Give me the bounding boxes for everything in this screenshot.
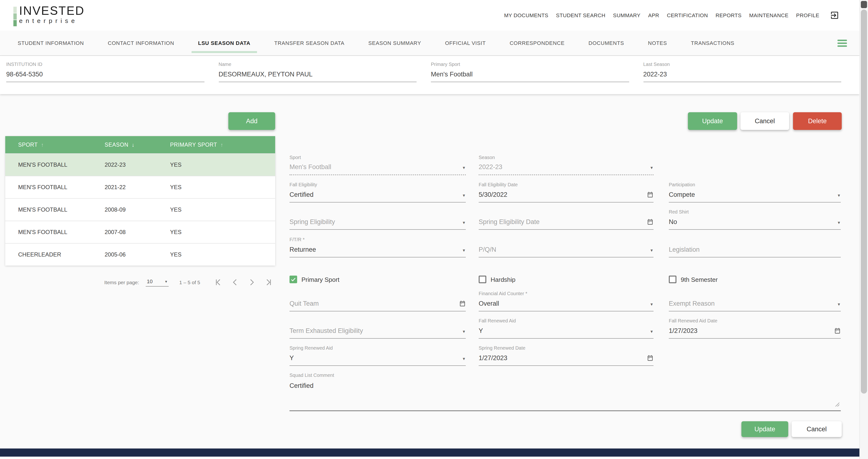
app-window: INVESTED enterprise MY DOCUMENTS STUDENT… (0, 0, 868, 459)
fall-renewed-aid-date-input[interactable]: Fall Renewed Aid Date 1/27/2023 (669, 318, 841, 339)
ftr-label: F/T/R * (289, 237, 466, 245)
ftr-select[interactable]: F/T/R * Returnee ▼ (289, 237, 466, 257)
last-page-icon[interactable] (264, 277, 273, 287)
tab-contact-information[interactable]: CONTACT INFORMATION (107, 31, 175, 55)
red-shirt-select[interactable]: Red Shirt No ▼ (669, 209, 841, 230)
calendar-icon[interactable] (647, 191, 653, 199)
tab-correspondence[interactable]: CORRESPONDENCE (509, 31, 566, 55)
nav-reports[interactable]: REPORTS (716, 12, 742, 18)
spring-renewed-aid-select[interactable]: Spring Renewed Aid Y ▼ (289, 345, 466, 366)
table-row[interactable]: MEN'S FOOTBALL 2008-09 YES (5, 198, 275, 221)
chevron-down-icon: ▼ (164, 280, 168, 284)
spring-renewed-aid-value: Y (289, 355, 294, 362)
form-cancel-button[interactable]: Cancel (792, 421, 842, 437)
form-update-button[interactable]: Update (741, 421, 788, 437)
calendar-icon[interactable] (459, 300, 466, 308)
next-page-icon[interactable] (247, 277, 256, 287)
pqn-select[interactable]: P/Q/N ▼ (479, 237, 653, 257)
nav-my-documents[interactable]: MY DOCUMENTS (504, 12, 548, 18)
column-header-primary-sport[interactable]: PRIMARY SPORT ↑ (170, 142, 275, 148)
fall-renewed-aid-value: Y (479, 327, 483, 335)
spring-eligibility-date-placeholder: Spring Eligibility Date (479, 218, 539, 226)
fall-renewed-aid-select[interactable]: Fall Renewed Aid Y ▼ (479, 318, 653, 339)
cell-primary-sport: YES (170, 184, 275, 190)
items-per-page-select[interactable]: 10 ▼ (146, 278, 168, 286)
spring-renewed-date-input[interactable]: Spring Renewed Date 1/27/2023 (479, 345, 653, 366)
fall-eligibility-date-input[interactable]: Fall Eligibility Date 5/30/2022 (479, 182, 653, 203)
tab-transactions[interactable]: TRANSACTIONS (690, 31, 736, 55)
nav-certification[interactable]: CERTIFICATION (667, 12, 708, 18)
tab-official-visit[interactable]: OFFICIAL VISIT (444, 31, 487, 55)
checkbox-unchecked-icon (479, 276, 486, 283)
tab-season-summary[interactable]: SEASON SUMMARY (367, 31, 422, 55)
primary-sport-field[interactable]: Primary Sport Men's Football (431, 62, 629, 94)
brand-subtitle: enterprise (19, 18, 85, 25)
fall-eligibility-select[interactable]: Fall Eligibility Certified ▼ (289, 182, 466, 203)
brand-title: INVESTED (19, 4, 85, 17)
last-season-field[interactable]: Last Season 2022-23 (643, 62, 841, 94)
sport-label: Sport (289, 155, 466, 162)
tab-student-information[interactable]: STUDENT INFORMATION (17, 31, 85, 55)
exempt-reason-select[interactable]: Exempt Reason ▼ (669, 291, 841, 311)
chevron-down-icon: ▼ (462, 357, 466, 362)
sort-asc-icon: ↑ (41, 142, 44, 148)
column-header-sport[interactable]: SPORT ↑ (18, 142, 104, 148)
spring-eligibility-select[interactable]: Spring Eligibility ▼ (289, 209, 466, 230)
fall-renewed-aid-date-value: 1/27/2023 (669, 327, 698, 335)
participation-select[interactable]: Participation Compete ▼ (669, 182, 841, 203)
add-button[interactable]: Add (228, 112, 275, 130)
primary-sport-checkbox[interactable]: Primary Sport (289, 276, 466, 283)
logout-icon[interactable] (830, 10, 839, 20)
checkbox-checked-icon (289, 276, 297, 283)
nav-summary[interactable]: SUMMARY (613, 12, 641, 18)
quit-team-input[interactable]: Quit Team (289, 291, 466, 311)
financial-aid-counter-value: Overall (479, 300, 499, 308)
menu-hamburger-icon[interactable] (837, 37, 847, 49)
column-label-primary-sport: PRIMARY SPORT (170, 142, 217, 148)
spring-eligibility-date-input[interactable]: Spring Eligibility Date (479, 209, 653, 230)
tab-notes[interactable]: NOTES (647, 31, 668, 55)
calendar-icon[interactable] (834, 327, 841, 335)
previous-page-icon[interactable] (230, 277, 240, 287)
first-page-icon[interactable] (214, 277, 223, 287)
resize-handle-icon[interactable] (835, 401, 840, 408)
spring-renewed-date-label: Spring Renewed Date (479, 345, 653, 353)
table-row[interactable]: CHEERLEADER 2005-06 YES (5, 243, 275, 266)
scrollbar-thumb[interactable] (861, 9, 867, 394)
cancel-button[interactable]: Cancel (740, 112, 789, 130)
nav-profile[interactable]: PROFILE (796, 12, 819, 18)
scrollbar-top-button[interactable] (861, 1, 867, 8)
vertical-scrollbar[interactable] (859, 0, 868, 459)
calendar-icon[interactable] (647, 355, 653, 362)
tab-lsu-season-data[interactable]: LSU SEASON DATA (197, 31, 251, 55)
squad-list-comment-field: Squad List Comment Certified (289, 372, 841, 411)
participation-value: Compete (669, 191, 695, 199)
nav-apr[interactable]: APR (648, 12, 659, 18)
hardship-checkbox[interactable]: Hardship (479, 276, 653, 283)
cell-season: 2021-22 (104, 184, 170, 190)
table-row[interactable]: MEN'S FOOTBALL 2021-22 YES (5, 176, 275, 198)
ninth-semester-checkbox[interactable]: 9th Semester (669, 276, 841, 283)
cell-primary-sport: YES (170, 229, 275, 236)
tab-documents[interactable]: DOCUMENTS (588, 31, 625, 55)
calendar-icon[interactable] (647, 218, 653, 226)
update-button[interactable]: Update (688, 112, 737, 130)
table-row[interactable]: MEN'S FOOTBALL 2022-23 YES (5, 153, 275, 176)
chevron-down-icon: ▼ (837, 193, 841, 199)
squad-list-comment-textarea[interactable]: Certified (289, 380, 841, 411)
nav-student-search[interactable]: STUDENT SEARCH (556, 12, 606, 18)
nav-maintenance[interactable]: MAINTENANCE (749, 12, 789, 18)
cell-primary-sport: YES (170, 206, 275, 213)
name-field[interactable]: Name DESORMEAUX, PEYTON PAUL (219, 62, 416, 94)
column-header-season[interactable]: SEASON ↓ (104, 142, 170, 148)
last-season-value: 2022-23 (643, 71, 841, 82)
legislation-input[interactable]: Legislation (669, 237, 841, 257)
delete-button[interactable]: Delete (793, 112, 842, 130)
chevron-down-icon: ▼ (462, 193, 466, 199)
fall-eligibility-label: Fall Eligibility (289, 182, 466, 190)
term-exhausted-eligibility-select[interactable]: Term Exhausted Eligibility ▼ (289, 318, 466, 339)
institution-id-field[interactable]: INSTITUTION ID 98-654-5350 (6, 62, 204, 94)
financial-aid-counter-select[interactable]: Financial Aid Counter * Overall ▼ (479, 291, 653, 311)
table-row[interactable]: MEN'S FOOTBALL 2007-08 YES (5, 221, 275, 243)
tab-transfer-season-data[interactable]: TRANSFER SEASON DATA (273, 31, 345, 55)
